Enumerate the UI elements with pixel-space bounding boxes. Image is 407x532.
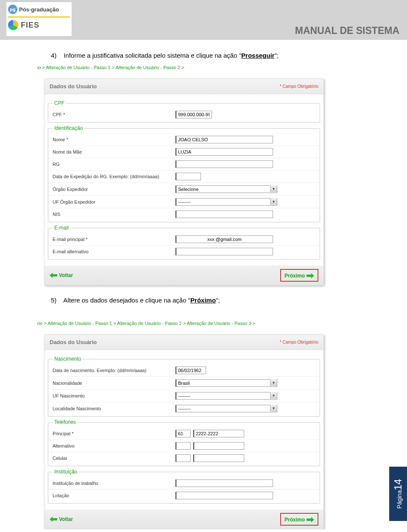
localnasc-select[interactable]	[176, 405, 277, 412]
email-alt-label: E-mail alternativo	[53, 249, 176, 254]
logo-box: pg Pós-graduação FIES	[6, 2, 72, 36]
fieldset-email: E-mail E-mail principal * E-mail alterna…	[48, 225, 320, 260]
panel-title-step4: Dados do Usuário	[50, 83, 97, 90]
panel-header-step5: Dados do Usuário * Campo Obrigatório	[45, 335, 323, 350]
nis-label: NIS	[53, 212, 176, 217]
legend-ident: Identificação	[53, 125, 84, 131]
telprincipal-label: Principal *	[53, 431, 176, 436]
fieldset-instituicao: Instituição Instituição de trabalho Lota…	[48, 469, 320, 504]
arrow-right-icon	[307, 517, 314, 523]
nac-select[interactable]	[176, 379, 277, 387]
nome-input[interactable]	[176, 136, 273, 143]
email-principal-label: E-mail principal *	[53, 237, 176, 242]
telprincipal-ddd-input[interactable]	[176, 430, 191, 437]
nome-label: Nome *	[53, 137, 176, 142]
fies-text: FIES	[21, 21, 39, 30]
proximo-label: Próximo	[284, 517, 305, 523]
voltar-button[interactable]: Voltar	[50, 272, 73, 278]
ufnasc-select[interactable]	[176, 392, 277, 400]
voltar-button[interactable]: Voltar	[50, 516, 73, 522]
lotacao-label: Lotação	[53, 493, 176, 498]
proximo-label: Próximo	[284, 273, 305, 279]
panel-footer-step4: Voltar Próximo	[45, 266, 323, 285]
telalt-num-input[interactable]	[193, 442, 244, 450]
telcel-ddd-input[interactable]	[176, 454, 191, 462]
email-principal-input[interactable]	[176, 235, 273, 243]
telalt-ddd-input[interactable]	[176, 442, 191, 450]
insttrab-input[interactable]	[176, 479, 273, 487]
nis-input[interactable]	[176, 210, 273, 218]
cpf-label: CPF *	[53, 112, 176, 117]
mae-input[interactable]	[176, 148, 273, 156]
orgao-label: Órgão Expedidor	[53, 187, 176, 192]
email-alt-input[interactable]	[176, 248, 273, 255]
uforgao-label: UF Órgão Expedidor	[53, 199, 176, 204]
step4-text-after: ";	[274, 52, 279, 59]
uforgao-select[interactable]	[176, 198, 277, 206]
dataexp-label: Data de Expedição do RG. Exemplo: (dd/mm…	[53, 174, 176, 179]
legend-email: E-mail	[53, 225, 70, 231]
ufnasc-label: UF Nascimento	[53, 393, 176, 398]
lotacao-input[interactable]	[176, 492, 273, 499]
pg-text: Pós-graduação	[19, 6, 59, 13]
telcel-num-input[interactable]	[193, 454, 244, 462]
insttrab-label: Instituição de trabalho	[53, 481, 176, 486]
fieldset-ident: Identificação Nome * Nome da Mãe RG Data…	[48, 125, 320, 222]
breadcrumb-step4: io > Alteração de Usuário - Passo 1 > Al…	[37, 65, 399, 70]
panel-title-step5: Dados do Usuário	[50, 339, 97, 345]
fieldset-nascimento: Nascimento Data de nascimento. Exemplo: …	[48, 356, 320, 417]
localnasc-label: Localidade Nascimento	[53, 406, 176, 411]
step4-action: Prosseguir	[241, 52, 274, 59]
step5-number: 5)	[51, 297, 62, 304]
breadcrumb-step5: rio > Alteração de Usuário - Passo 1 > A…	[37, 321, 399, 326]
telalt-label: Alternativo	[53, 443, 176, 448]
required-note-step4: * Campo Obrigatório	[280, 84, 318, 89]
step5-text-before: Altere os dados desejados e clique na aç…	[63, 297, 190, 304]
proximo-highlight: Próximo	[280, 269, 318, 282]
page-header: pg Pós-graduação FIES MANUAL DE SISTEMA	[0, 0, 407, 40]
page-label: Página	[396, 490, 403, 509]
fieldset-cpf: CPF CPF *	[48, 100, 320, 123]
pg-badge-icon: pg	[8, 5, 17, 14]
legend-nascimento: Nascimento	[53, 356, 83, 362]
voltar-label: Voltar	[59, 516, 73, 522]
page-number: 14	[392, 479, 404, 490]
dataexp-input[interactable]	[176, 173, 201, 180]
datanasc-input[interactable]	[176, 367, 206, 374]
cpf-input[interactable]	[176, 111, 212, 118]
arrow-right-icon	[307, 273, 314, 279]
required-note-step5: * Campo Obrigatório	[280, 340, 318, 344]
telcel-label: Celular	[53, 456, 176, 461]
panel-header-step4: Dados do Usuário * Campo Obrigatório	[45, 79, 323, 94]
step5-action: Próximo	[190, 297, 216, 304]
nac-label: Nacionalidade	[53, 381, 176, 386]
step4-text-before: Informe a justificativa solicitada pelo …	[64, 52, 241, 59]
mae-label: Nome da Mãe	[53, 149, 176, 154]
legend-telefones: Telefones	[53, 419, 78, 425]
panel-step5: Dados do Usuário * Campo Obrigatório Nas…	[44, 334, 324, 529]
logo-fies: FIES	[8, 17, 70, 30]
step4-number: 4)	[51, 52, 62, 59]
datanasc-label: Data de nascimento. Exemplo: (dd/mm/aaaa…	[53, 368, 176, 373]
logo-pg: pg Pós-graduação	[8, 4, 70, 17]
rg-label: RG	[53, 162, 176, 167]
page-number-tab: Página14	[389, 467, 407, 521]
orgao-select[interactable]	[176, 185, 277, 193]
legend-cpf: CPF	[53, 100, 66, 106]
legend-instituicao: Instituição	[53, 469, 79, 475]
arrow-left-icon	[50, 272, 57, 278]
proximo-button[interactable]: Próximo	[284, 517, 314, 523]
instruction-step4: 4) Informe a justificativa solicitada pe…	[51, 52, 399, 59]
proximo-highlight: Próximo	[280, 513, 318, 526]
step5-text-after: ";	[216, 297, 220, 304]
telprincipal-num-input[interactable]	[193, 430, 244, 437]
voltar-label: Voltar	[59, 272, 73, 278]
fieldset-telefones: Telefones Principal * Alternativo	[48, 419, 320, 466]
instruction-step5: 5) Altere os dados desejados e clique na…	[51, 297, 399, 304]
panel-step4: Dados do Usuário * Campo Obrigatório CPF…	[44, 78, 324, 286]
proximo-button[interactable]: Próximo	[284, 273, 314, 279]
page-title: MANUAL DE SISTEMA	[295, 25, 399, 36]
rg-input[interactable]	[176, 160, 273, 168]
fies-icon	[8, 20, 18, 30]
panel-footer-step5: Voltar Próximo	[45, 510, 323, 529]
